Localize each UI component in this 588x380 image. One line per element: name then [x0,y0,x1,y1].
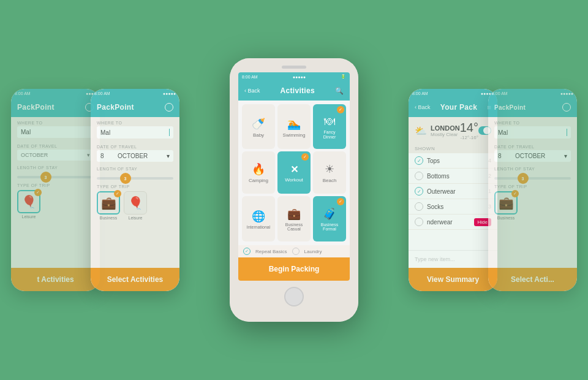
phone-center: 8:00 AM ●●●●● 🔋 ‹ Back Activities 🔍 [230,58,358,322]
cta-center[interactable]: Begin Packing [238,257,350,281]
activity-beach[interactable]: ☀ Beach [313,151,346,193]
type-section-left2: TYPE OF TRIP 🎈 ✓ Leisure [11,181,100,221]
phone-right2: 8:00 AM ●●●●● PackPoint WHERE TO Mal DAT… [488,89,577,291]
phone-left2: 8:00 AM ●●●● PackPoint WHERE TO Mal DATE… [11,89,100,291]
pack-item-tops[interactable]: ✓ Tops 4 [409,153,497,169]
underwear-check[interactable] [415,218,423,226]
activity-business-formal[interactable]: ✓ 🧳 BusinessFormal [313,196,346,241]
date-input-right2[interactable]: 8 OCTOBER ▾ [494,150,571,162]
trip-type-leisure-left1[interactable]: 🎈 Leisure [124,191,147,220]
repeat-check[interactable]: ✓ [243,248,251,255]
biz-casual-icon: 💼 [287,207,301,221]
where-to-input-left2[interactable]: Mal [17,126,94,138]
slider-left2[interactable]: 3 [17,176,94,178]
slider-left1[interactable]: 3 [97,177,173,180]
user-icon-right2[interactable] [562,103,571,112]
fancy-dinner-icon: 🍽 [324,115,335,128]
activity-workout[interactable]: ✓ ✕ Workout [277,151,311,193]
type-section-right2: TYPE OF TRIP 💼 ✓ Business [488,182,577,222]
cta-right1[interactable]: View Summary [409,268,497,291]
date-section-left2: DATE OF TRAVEL OCTOBER ▾ [11,140,100,163]
pack-item-outerwear[interactable]: ✓ Outerwear 1 [409,184,497,199]
where-to-input-left1[interactable]: Mal [97,126,173,139]
check-badge-bus-left1: ✓ [114,190,121,197]
pack-header-info: ⛅ LONDON Mostly Clear 14° -12°-16° [409,117,497,144]
activity-international[interactable]: 🌐 International [242,196,275,241]
search-icon-center[interactable]: 🔍 [335,87,344,95]
phone-right1: 8:00 AM ●●●●● ‹ Back Your Pack ≡ ⛅ LONDO… [409,89,497,291]
header-right1: ‹ Back Your Pack ≡ [409,97,497,117]
header-right2: PackPoint [488,97,577,117]
check-badge-left2: ✓ [34,189,42,196]
back-button-right1[interactable]: ‹ Back [415,104,431,110]
pack-item-bottoms[interactable]: Bottoms 2 [409,169,497,184]
app-title-right2: PackPoint [494,104,526,111]
activity-baby[interactable]: 🍼 Baby [242,104,275,149]
status-bar-left2: 8:00 AM ●●●● [11,89,100,97]
cta-right2[interactable]: Select Acti... [488,268,577,291]
header-left2: PackPoint [11,97,100,117]
status-bar-right2: 8:00 AM ●●●●● [488,89,577,97]
baby-icon: 🍼 [252,117,265,131]
activity-fancy-dinner[interactable]: ✓ 🍽 FancyDinner [313,104,346,149]
business-icon-left1: 💼 ✓ [97,191,120,215]
tops-check[interactable]: ✓ [415,156,423,165]
user-icon-left1[interactable] [165,103,173,112]
activity-camping[interactable]: 🔥 Camping [242,151,275,193]
cta-left1[interactable]: Select Activities [91,268,179,291]
type-section-left1: TYPE OF TRIP 💼 ✓ Business 🎈 [91,182,179,222]
international-icon: 🌐 [252,210,265,223]
new-item-input[interactable]: Type new item... [415,254,491,264]
activities-grid: 🍼 Baby 🏊 Swimming ✓ 🍽 FancyDinner [238,101,350,245]
trip-type-business-left1[interactable]: 💼 ✓ Business [97,191,120,220]
workout-check: ✓ [301,153,309,161]
scene: 8:00 AM ●●●● PackPoint WHERE TO Mal DATE… [0,0,588,380]
app-title-center: Activities [281,86,315,95]
activity-swimming[interactable]: 🏊 Swimming [277,104,311,149]
back-button-center[interactable]: ‹ Back [244,88,260,94]
fancy-dinner-check: ✓ [337,106,344,113]
trip-types-left1: 💼 ✓ Business 🎈 Leisure [97,191,173,220]
trip-type-business-right2[interactable]: 💼 ✓ Business [494,191,518,220]
status-bar-center: 8:00 AM ●●●●● 🔋 [238,72,350,81]
pack-item-underwear[interactable]: nderwear Hide [409,215,497,230]
bottoms-check[interactable] [415,172,423,180]
laundry-circle[interactable] [292,248,300,255]
home-button-center[interactable] [284,287,304,306]
camping-icon: 🔥 [252,162,265,176]
date-section-left1: DATE OF TRAVEL 8 OCTOBER ▾ [91,141,179,164]
app-title-right1: Your Pack [440,103,478,112]
biz-formal-icon: 🧳 [323,207,336,221]
cta-left2[interactable]: t Activities [11,268,100,291]
status-bar-right1: 8:00 AM ●●●●● [409,89,497,97]
header-center: ‹ Back Activities 🔍 [238,81,350,101]
phone-left1: 8:00 AM ●●●●● PackPoint WHERE TO Mal DAT… [91,89,179,291]
where-to-section-left1: WHERE TO Mal [91,117,179,141]
pack-item-socks[interactable]: Socks 3 [409,199,497,215]
pack-section-header: SHOWN [409,144,497,153]
outerwear-check[interactable]: ✓ [415,187,423,196]
phone-speaker [282,66,306,69]
trip-type-leisure-left2[interactable]: 🎈 ✓ Leisure [17,190,40,219]
date-input-left2[interactable]: OCTOBER ▾ [17,150,94,161]
where-to-input-right2[interactable]: Mal [494,126,571,139]
leisure-icon-left2: 🎈 ✓ [17,190,40,213]
biz-formal-check: ✓ [337,198,344,205]
app-title-left1: PackPoint [97,103,134,112]
slider-right2[interactable]: 3 [494,177,571,180]
slider-thumb-left1: 3 [120,173,131,184]
where-to-section-right2: WHERE TO Mal [488,117,577,141]
date-section-right2: DATE OF TRAVEL 8 OCTOBER ▾ [488,141,577,164]
length-section-left1: LENGTH OF STAY 3 [91,164,179,182]
pack-input-area: Type new item... [409,250,497,268]
leisure-icon-left1: 🎈 [124,191,147,215]
phone-screen-center: 8:00 AM ●●●●● 🔋 ‹ Back Activities 🔍 [238,72,350,281]
socks-check[interactable] [415,202,423,211]
length-section-left2: LENGTH OF STAY 3 [11,163,100,181]
activity-business-casual[interactable]: 💼 BusinessCasual [277,196,311,241]
workout-icon: ✕ [290,164,298,175]
date-input-left1[interactable]: 8 OCTOBER ▾ [97,150,173,162]
app-title-left2: PackPoint [17,103,55,112]
check-badge-bus-right2: ✓ [511,190,519,197]
header-left1: PackPoint [91,97,179,117]
